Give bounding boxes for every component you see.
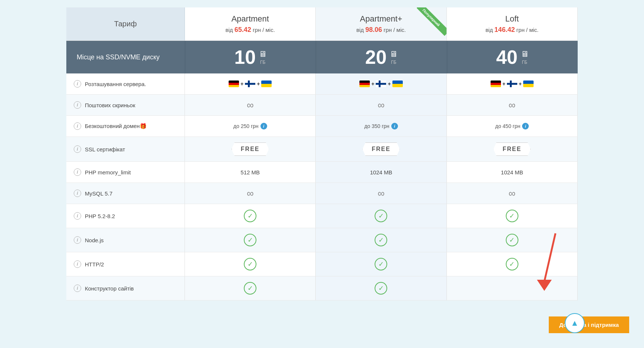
feature-val-2-2: до 450 грн i (447, 116, 578, 137)
domain-val-0: до 250 грн i (233, 123, 267, 129)
check-8-0: ✓ (244, 258, 256, 270)
feature-text-1: Поштових скриньок (85, 102, 135, 108)
feature-label-9: i Конструктор сайтів (66, 276, 185, 300)
infinity-5-0: ∞ (247, 188, 254, 198)
php-mem-0: 512 MB (240, 169, 260, 175)
storage-num-1: 20 (365, 47, 387, 67)
flag-ua (392, 81, 403, 87)
feature-text-8: HTTP/2 (85, 261, 104, 267)
domain-text-0: до 250 грн (233, 123, 259, 129)
domain-text-1: до 350 грн (364, 123, 389, 129)
feature-val-0-2: + + (447, 73, 578, 94)
popular-ribbon: Популярний (417, 7, 447, 37)
info-icon-6[interactable]: i (74, 212, 81, 220)
storage-label: Місце на SSD/NVME диску (66, 41, 185, 73)
plus-4: + (502, 81, 505, 87)
storage-value-1: 20 🖥 ГБ (316, 41, 447, 73)
info-icon-7[interactable]: i (74, 236, 81, 244)
feature-val-5-0: ∞ (185, 183, 316, 204)
plus-5: + (519, 81, 522, 87)
help-button[interactable]: Допомога і підтримка (549, 316, 629, 333)
feature-row-6: i PHP 5.2-8.2 ✓ ✓ ✓ (66, 204, 578, 228)
feature-val-0-0: + + (185, 73, 316, 94)
php-mem-2: 1024 MB (501, 169, 523, 175)
infinity-1-1: ∞ (378, 100, 385, 110)
info-circle-0[interactable]: i (260, 123, 267, 129)
tarif-label: Тариф (114, 20, 137, 28)
info-icon-3[interactable]: i (74, 145, 81, 153)
plan-price-apartment: від 65.42 грн / міс. (192, 26, 308, 34)
scroll-top-icon: ▲ (571, 318, 579, 328)
storage-num-0: 10 (234, 47, 256, 67)
infinity-5-2: ∞ (509, 188, 516, 198)
price-prefix-0: від (225, 27, 233, 33)
svg-marker-1 (537, 280, 552, 291)
plan-name-loft: Loft (454, 14, 570, 24)
php-mem-1: 1024 MB (370, 169, 392, 175)
plan-loft-header: Loft від 146.42 грн / міс. (447, 7, 578, 40)
feature-val-5-2: ∞ (447, 183, 578, 204)
info-icon-9[interactable]: i (74, 285, 81, 292)
feature-val-6-0: ✓ (185, 204, 316, 228)
tarif-header: Тариф (66, 7, 185, 40)
flag-fi (245, 81, 255, 87)
price-suffix-0: грн / міс. (253, 27, 275, 33)
feature-val-6-2: ✓ (447, 204, 578, 228)
check-8-1: ✓ (375, 258, 387, 270)
feature-val-8-2: ✓ (447, 252, 578, 276)
feature-text-4: PHP memory_limit (85, 169, 131, 175)
info-icon-2[interactable]: i (74, 122, 81, 130)
infinity-5-1: ∞ (378, 188, 385, 198)
flag-de (229, 81, 239, 87)
free-badge-0: FREE (232, 142, 269, 156)
storage-disk-icon-1: 🖥 (389, 49, 398, 59)
feature-val-3-2: FREE (447, 137, 578, 161)
feature-val-4-1: 1024 MB (316, 162, 447, 183)
feature-row-7: i Node.js ✓ ✓ ✓ (66, 228, 578, 252)
feature-row-8: i HTTP/2 ✓ ✓ ✓ (66, 252, 578, 276)
feature-val-9-2 (447, 276, 578, 300)
feature-row-0: i Розташування сервера. + + + + (66, 73, 578, 95)
feature-val-2-0: до 250 грн i (185, 116, 316, 137)
storage-unit-1: 🖥 ГБ (389, 49, 398, 65)
storage-gb-2: ГБ (522, 60, 527, 65)
check-7-2: ✓ (506, 234, 518, 246)
scroll-top-button[interactable]: ▲ (565, 313, 585, 333)
feature-val-7-0: ✓ (185, 228, 316, 252)
price-prefix-1: від (356, 27, 364, 33)
flag-fi (507, 81, 517, 87)
storage-row: Місце на SSD/NVME диску 10 🖥 ГБ 20 🖥 ГБ … (66, 41, 578, 73)
storage-disk-icon-0: 🖥 (259, 49, 267, 59)
plus-1: + (257, 81, 260, 87)
flag-ua (523, 81, 534, 87)
info-icon-5[interactable]: i (74, 190, 81, 197)
flags-0-0: + + (229, 81, 272, 87)
info-icon-1[interactable]: i (74, 101, 81, 109)
info-circle-2[interactable]: i (522, 123, 529, 129)
feature-val-0-1: + + (316, 73, 447, 94)
feature-val-6-1: ✓ (316, 204, 447, 228)
info-icon-4[interactable]: i (74, 168, 81, 176)
free-badge-2: FREE (493, 142, 531, 156)
plus-3: + (388, 81, 391, 87)
price-suffix-2: грн / міс. (517, 27, 539, 33)
flag-de (359, 81, 370, 87)
feature-row-1: i Поштових скриньок ∞ ∞ ∞ (66, 95, 578, 116)
infinity-1-0: ∞ (247, 100, 254, 110)
info-icon-0[interactable]: i (74, 80, 81, 88)
flag-ua (261, 81, 272, 87)
feature-text-2: Безкоштовний домен🎁 (85, 123, 147, 129)
feature-row-4: i PHP memory_limit 512 MB 1024 MB 1024 M… (66, 162, 578, 183)
feature-label-3: i SSL сертифікат (66, 137, 185, 161)
feature-val-1-1: ∞ (316, 95, 447, 115)
feature-val-2-1: до 350 грн i (316, 116, 447, 137)
feature-val-8-0: ✓ (185, 252, 316, 276)
check-8-2: ✓ (506, 258, 518, 270)
flag-fi (376, 81, 386, 87)
storage-num-2: 40 (496, 47, 518, 67)
info-circle-1[interactable]: i (391, 123, 398, 129)
feature-val-3-0: FREE (185, 137, 316, 161)
feature-row-3: i SSL сертифікат FREE FREE FREE (66, 137, 578, 162)
info-icon-8[interactable]: i (74, 260, 81, 268)
feature-val-1-2: ∞ (447, 95, 578, 115)
